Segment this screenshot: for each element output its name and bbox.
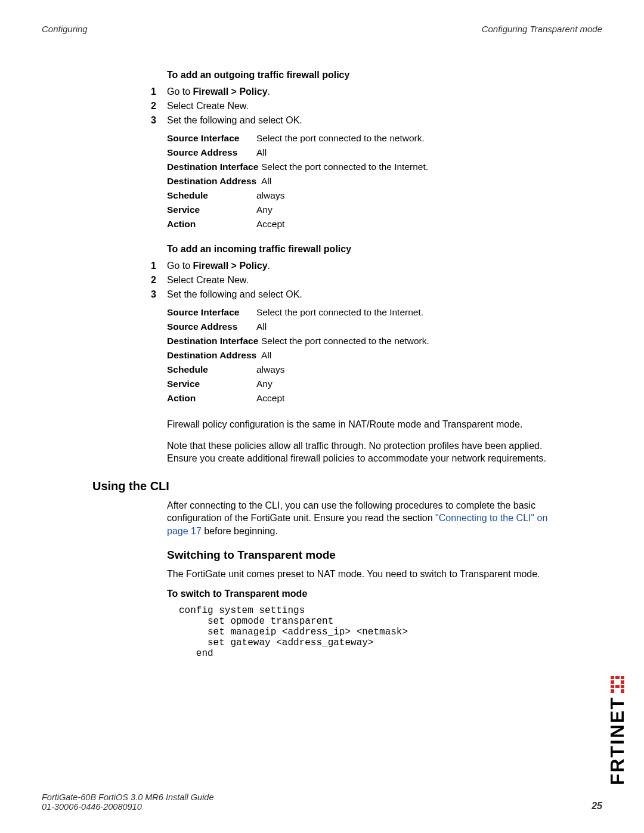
step-text: Select Create New. <box>167 101 561 112</box>
table-row: ActionAccept <box>167 219 561 230</box>
table-row: Source InterfaceSelect the port connecte… <box>167 307 561 318</box>
table-row: Schedulealways <box>167 190 561 201</box>
step-text: Go to Firewall > Policy. <box>167 261 561 271</box>
step-row: 3 Set the following and select OK. <box>146 115 561 126</box>
body-paragraph: Firewall policy configuration is the sam… <box>167 418 561 431</box>
incoming-title: To add an incoming traffic firewall poli… <box>167 244 561 255</box>
step-row: 1 Go to Firewall > Policy. <box>146 261 561 271</box>
table-row: Source AddressAll <box>167 321 561 332</box>
table-row: ServiceAny <box>167 379 561 389</box>
brand-icon <box>611 676 625 693</box>
table-row: Destination AddressAll <box>167 176 561 187</box>
table-row: Source AddressAll <box>167 147 561 158</box>
step-number: 1 <box>146 86 167 97</box>
table-row: Schedulealways <box>167 364 561 375</box>
step-row: 3 Set the following and select OK. <box>146 289 561 300</box>
table-row: ActionAccept <box>167 393 561 404</box>
heading-switching: Switching to Transparent mode <box>167 549 561 562</box>
body-paragraph: Note that these policies allow all traff… <box>167 439 561 465</box>
step-number: 3 <box>146 289 167 300</box>
header-left: Configuring <box>42 24 88 34</box>
page-header: Configuring Configuring Transparent mode <box>42 24 602 34</box>
table-row: ServiceAny <box>167 205 561 215</box>
step-text: Set the following and select OK. <box>167 115 561 126</box>
incoming-settings-table: Source InterfaceSelect the port connecte… <box>167 307 561 404</box>
main-content: To add an outgoing traffic firewall poli… <box>167 70 561 659</box>
switch-sub-title: To switch to Transparent mode <box>167 589 561 599</box>
step-number: 3 <box>146 115 167 126</box>
table-row: Destination InterfaceSelect the port con… <box>167 336 561 346</box>
outgoing-title: To add an outgoing traffic firewall poli… <box>167 70 561 80</box>
header-right: Configuring Transparent mode <box>482 24 602 34</box>
step-text: Set the following and select OK. <box>167 289 561 300</box>
step-number: 2 <box>146 101 167 112</box>
step-row: 1 Go to Firewall > Policy. <box>146 86 561 97</box>
brand-text: FRTINET <box>606 696 628 785</box>
outgoing-settings-table: Source InterfaceSelect the port connecte… <box>167 133 561 230</box>
step-row: 2 Select Create New. <box>146 101 561 112</box>
table-row: Destination InterfaceSelect the port con… <box>167 162 561 172</box>
step-row: 2 Select Create New. <box>146 275 561 286</box>
heading-using-cli: Using the CLI <box>92 479 561 493</box>
step-number: 1 <box>146 261 167 271</box>
page-footer: FortiGate-60B FortiOS 3.0 MR6 Install Gu… <box>42 792 602 812</box>
body-paragraph: After connecting to the CLI, you can use… <box>167 499 561 538</box>
step-text: Go to Firewall > Policy. <box>167 86 561 97</box>
body-paragraph: The FortiGate unit comes preset to NAT m… <box>167 568 561 581</box>
code-block: config system settings set opmode transp… <box>179 605 561 659</box>
table-row: Source InterfaceSelect the port connecte… <box>167 133 561 144</box>
table-row: Destination AddressAll <box>167 350 561 361</box>
step-text: Select Create New. <box>167 275 561 286</box>
brand-logo: FRTINET <box>606 676 628 785</box>
footer-left: FortiGate-60B FortiOS 3.0 MR6 Install Gu… <box>42 792 214 812</box>
step-number: 2 <box>146 275 167 286</box>
page-number: 25 <box>592 801 602 812</box>
